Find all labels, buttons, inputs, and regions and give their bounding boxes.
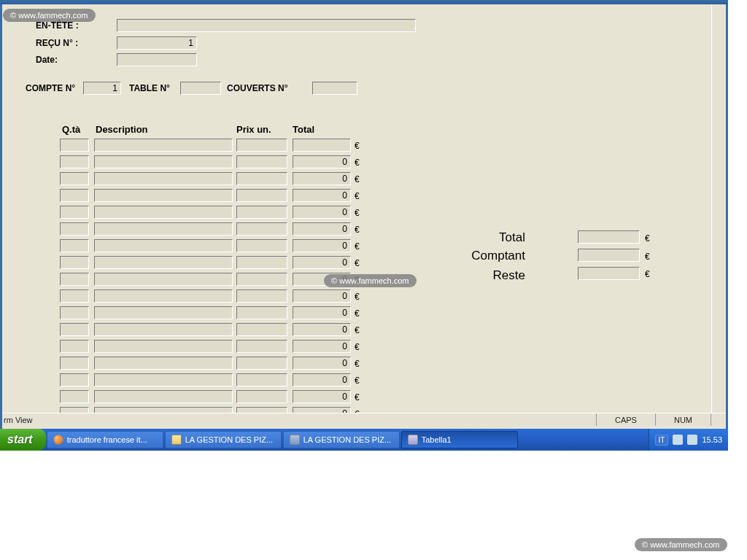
line-total-input[interactable] <box>293 407 351 413</box>
line-total-input[interactable] <box>293 139 351 152</box>
prix-input[interactable] <box>236 189 287 202</box>
qta-input[interactable] <box>60 390 89 403</box>
taskbar-item-label: LA GESTION DES PIZ... <box>185 435 273 444</box>
prix-input[interactable] <box>236 155 287 168</box>
description-input[interactable] <box>94 256 233 269</box>
euro-icon: € <box>355 158 360 168</box>
description-input[interactable] <box>94 155 233 168</box>
prix-input[interactable] <box>236 139 287 152</box>
prix-input[interactable] <box>236 340 287 353</box>
description-input[interactable] <box>94 273 233 286</box>
line-total-input[interactable] <box>293 340 351 353</box>
tray-network-icon[interactable] <box>687 435 697 445</box>
line-total-input[interactable] <box>293 289 351 303</box>
system-tray[interactable]: IT 15.53 <box>649 429 728 451</box>
qta-input[interactable] <box>60 357 89 370</box>
ff-icon <box>53 435 63 445</box>
description-input[interactable] <box>94 340 233 353</box>
label-table: TABLE N° <box>129 83 170 93</box>
prix-input[interactable] <box>236 206 287 219</box>
qta-input[interactable] <box>60 273 89 286</box>
qta-input[interactable] <box>60 206 89 219</box>
prix-input[interactable] <box>236 273 287 286</box>
table-icon <box>408 435 418 445</box>
status-num: NUM <box>655 413 711 426</box>
total-input[interactable] <box>578 230 640 244</box>
prix-input[interactable] <box>236 323 287 336</box>
qta-input[interactable] <box>60 222 89 236</box>
prix-input[interactable] <box>236 390 287 403</box>
qta-input[interactable] <box>60 256 89 269</box>
reste-input[interactable] <box>578 267 640 280</box>
description-input[interactable] <box>94 206 233 219</box>
qta-input[interactable] <box>60 189 89 202</box>
qta-input[interactable] <box>60 139 89 152</box>
qta-input[interactable] <box>60 239 89 252</box>
compte-input[interactable] <box>83 82 121 95</box>
tray-shield-icon[interactable] <box>673 435 683 445</box>
qta-input[interactable] <box>60 340 89 353</box>
line-total-input[interactable] <box>293 222 351 236</box>
description-input[interactable] <box>94 373 233 386</box>
description-input[interactable] <box>94 357 233 370</box>
prix-input[interactable] <box>236 357 287 370</box>
description-input[interactable] <box>94 407 233 413</box>
recu-input[interactable] <box>117 36 197 50</box>
prix-input[interactable] <box>236 222 287 236</box>
taskbar-buttons: traduttore francese it...LA GESTION DES … <box>46 429 519 451</box>
qta-input[interactable] <box>60 323 89 336</box>
prix-input[interactable] <box>236 256 287 269</box>
taskbar-item[interactable]: LA GESTION DES PIZ... <box>283 431 400 448</box>
line-total-input[interactable] <box>293 172 351 185</box>
qta-input[interactable] <box>60 172 89 185</box>
line-total-input[interactable] <box>293 306 351 319</box>
qta-input[interactable] <box>60 373 89 386</box>
date-input[interactable] <box>117 53 197 66</box>
watermark-badge: © www.fammech.com <box>324 274 417 287</box>
euro-icon: € <box>355 359 360 369</box>
line-total-input[interactable] <box>293 206 351 219</box>
prix-input[interactable] <box>236 306 287 319</box>
prix-input[interactable] <box>236 289 287 303</box>
couverts-input[interactable] <box>312 82 357 95</box>
description-input[interactable] <box>94 390 233 403</box>
tray-language[interactable]: IT <box>655 435 669 446</box>
line-total-input[interactable] <box>293 189 351 202</box>
qta-input[interactable] <box>60 407 89 413</box>
en-tete-input[interactable] <box>117 19 416 32</box>
description-input[interactable] <box>94 139 233 152</box>
taskbar-item[interactable]: LA GESTION DES PIZ... <box>165 431 282 448</box>
qta-input[interactable] <box>60 155 89 168</box>
vertical-scrollbar[interactable]: ▼ <box>711 4 726 426</box>
description-input[interactable] <box>94 239 233 252</box>
description-input[interactable] <box>94 189 233 202</box>
line-total-input[interactable] <box>293 323 351 336</box>
description-input[interactable] <box>94 323 233 336</box>
euro-icon: € <box>355 208 360 218</box>
description-input[interactable] <box>94 222 233 236</box>
description-input[interactable] <box>94 306 233 319</box>
line-total-input[interactable] <box>293 256 351 269</box>
start-button[interactable]: start <box>0 429 46 451</box>
prix-input[interactable] <box>236 239 287 252</box>
qta-input[interactable] <box>60 306 89 319</box>
line-total-input[interactable] <box>293 357 351 370</box>
col-header-prix: Prix un. <box>236 124 271 135</box>
comptant-input[interactable] <box>578 249 640 262</box>
line-total-input[interactable] <box>293 373 351 386</box>
label-recu: REÇU N° : <box>36 38 78 48</box>
line-total-input[interactable] <box>293 390 351 403</box>
table-input[interactable] <box>180 82 221 95</box>
line-total-input[interactable] <box>293 155 351 168</box>
description-input[interactable] <box>94 172 233 185</box>
prix-input[interactable] <box>236 373 287 386</box>
description-input[interactable] <box>94 289 233 303</box>
taskbar-item[interactable]: traduttore francese it... <box>47 431 163 448</box>
line-total-input[interactable] <box>293 239 351 252</box>
prix-input[interactable] <box>236 407 287 413</box>
prix-input[interactable] <box>236 172 287 185</box>
euro-icon: € <box>355 392 360 402</box>
qta-input[interactable] <box>60 289 89 303</box>
taskbar-item[interactable]: Tabella1 <box>401 431 518 448</box>
status-bar: rm View CAPS NUM <box>2 413 726 426</box>
